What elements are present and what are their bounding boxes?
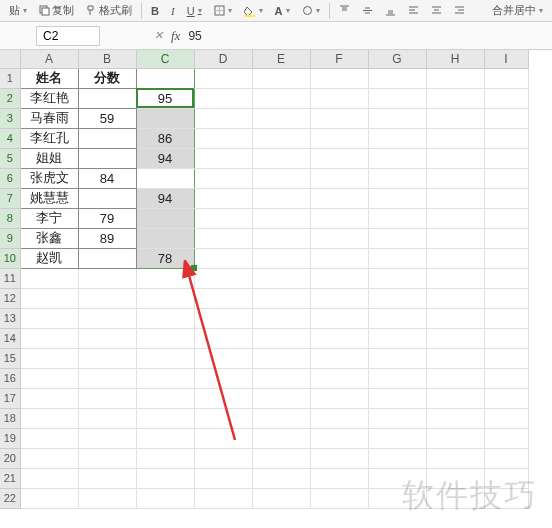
cell[interactable] xyxy=(484,308,528,328)
cell[interactable] xyxy=(426,88,484,108)
cell[interactable] xyxy=(368,348,426,368)
cell[interactable] xyxy=(426,168,484,188)
row-header[interactable]: 9 xyxy=(0,228,20,248)
cell[interactable] xyxy=(368,308,426,328)
format-painter-button[interactable]: 格式刷 xyxy=(83,2,135,19)
cell[interactable] xyxy=(426,308,484,328)
cell[interactable] xyxy=(252,108,310,128)
cell[interactable] xyxy=(368,128,426,148)
cell[interactable] xyxy=(426,348,484,368)
cell[interactable] xyxy=(20,408,78,428)
cell[interactable] xyxy=(310,368,368,388)
cell[interactable] xyxy=(484,488,528,508)
cell[interactable] xyxy=(136,288,194,308)
cell[interactable] xyxy=(484,268,528,288)
formula-input[interactable] xyxy=(188,29,388,43)
cell[interactable] xyxy=(136,268,194,288)
cell[interactable] xyxy=(252,428,310,448)
cell[interactable] xyxy=(310,108,368,128)
copy-button[interactable]: 复制 xyxy=(36,2,77,19)
cell[interactable] xyxy=(78,448,136,468)
cell[interactable] xyxy=(484,408,528,428)
row-header[interactable]: 10 xyxy=(0,248,20,268)
cell[interactable] xyxy=(484,428,528,448)
cell[interactable] xyxy=(78,128,136,148)
cell[interactable] xyxy=(136,388,194,408)
cell[interactable] xyxy=(252,228,310,248)
cell[interactable] xyxy=(310,468,368,488)
cell[interactable]: 赵凯 xyxy=(20,248,78,268)
cell[interactable]: 79 xyxy=(78,208,136,228)
col-header-d[interactable]: D xyxy=(194,50,252,68)
cell[interactable] xyxy=(20,308,78,328)
row-header[interactable]: 3 xyxy=(0,108,20,128)
col-header-g[interactable]: G xyxy=(368,50,426,68)
cell[interactable] xyxy=(426,228,484,248)
cell[interactable]: 李红艳 xyxy=(20,88,78,108)
cell[interactable]: 89 xyxy=(78,228,136,248)
cell[interactable] xyxy=(194,308,252,328)
cell[interactable]: 94 xyxy=(136,188,194,208)
cell[interactable] xyxy=(136,228,194,248)
row-header[interactable]: 14 xyxy=(0,328,20,348)
cell[interactable] xyxy=(78,268,136,288)
cell[interactable] xyxy=(426,448,484,468)
cell[interactable] xyxy=(426,268,484,288)
cell[interactable] xyxy=(368,88,426,108)
cell[interactable] xyxy=(368,288,426,308)
row-header[interactable]: 20 xyxy=(0,448,20,468)
cell[interactable] xyxy=(368,168,426,188)
cell[interactable] xyxy=(78,288,136,308)
row-header[interactable]: 7 xyxy=(0,188,20,208)
col-header-c[interactable]: C xyxy=(136,50,194,68)
cell[interactable] xyxy=(194,448,252,468)
row-header[interactable]: 17 xyxy=(0,388,20,408)
cell[interactable] xyxy=(484,228,528,248)
cell[interactable] xyxy=(310,328,368,348)
cell[interactable] xyxy=(252,368,310,388)
cell[interactable] xyxy=(252,348,310,368)
cell[interactable] xyxy=(310,168,368,188)
cell[interactable] xyxy=(252,288,310,308)
cell[interactable] xyxy=(136,348,194,368)
cell[interactable] xyxy=(310,388,368,408)
row-header[interactable]: 15 xyxy=(0,348,20,368)
cell[interactable] xyxy=(194,248,252,268)
cell[interactable] xyxy=(484,188,528,208)
row-header[interactable]: 8 xyxy=(0,208,20,228)
cell[interactable] xyxy=(194,388,252,408)
cell[interactable] xyxy=(136,168,194,188)
row-header[interactable]: 16 xyxy=(0,368,20,388)
cell[interactable] xyxy=(136,108,194,128)
cell[interactable] xyxy=(310,448,368,468)
cell[interactable] xyxy=(310,88,368,108)
cell[interactable] xyxy=(78,428,136,448)
bold-button[interactable]: B xyxy=(148,4,162,18)
cell[interactable] xyxy=(426,408,484,428)
paste-button[interactable]: 贴 ▾ xyxy=(6,2,30,19)
worksheet-area[interactable]: A B C D E F G H I 1 姓名 分数 2 李红艳 xyxy=(0,50,552,528)
cell[interactable] xyxy=(78,348,136,368)
align-left-button[interactable] xyxy=(405,4,422,17)
phonetic-button[interactable]: ▾ xyxy=(299,4,323,17)
select-all-corner[interactable] xyxy=(0,50,20,68)
cell[interactable] xyxy=(252,148,310,168)
row-header[interactable]: 22 xyxy=(0,488,20,508)
cell[interactable] xyxy=(194,228,252,248)
cell[interactable] xyxy=(78,188,136,208)
cell[interactable] xyxy=(194,488,252,508)
cell[interactable] xyxy=(252,68,310,88)
cell[interactable] xyxy=(368,268,426,288)
cell[interactable] xyxy=(368,408,426,428)
row-header[interactable]: 19 xyxy=(0,428,20,448)
cell[interactable]: 张鑫 xyxy=(20,228,78,248)
cell[interactable] xyxy=(368,148,426,168)
cell[interactable] xyxy=(20,368,78,388)
cell[interactable] xyxy=(252,408,310,428)
cell[interactable] xyxy=(484,248,528,268)
cell[interactable] xyxy=(484,208,528,228)
cell[interactable] xyxy=(194,208,252,228)
cell[interactable]: 李宁 xyxy=(20,208,78,228)
cell[interactable] xyxy=(194,288,252,308)
cell[interactable] xyxy=(368,208,426,228)
